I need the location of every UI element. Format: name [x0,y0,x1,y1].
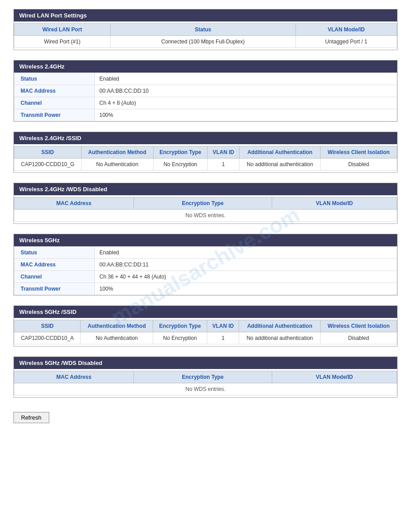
wired-lan-header: Wired LAN Port Settings [14,9,397,21]
field-value: Enabled [95,247,397,259]
field-value: 00:AA:BB:CC:DD:11 [95,259,397,271]
ssid5-addauth: No additional authentication [239,332,320,344]
refresh-area: Refresh [13,408,398,423]
ssid5-vlan: 1 [207,332,239,344]
table-row: Wired Port (#1) Connected (100 Mbps Full… [14,36,397,48]
wireless24-wds-body: MAC Address Encryption Type VLAN Mode/ID… [14,195,397,223]
ssid5-col-enc: Encryption Type [153,320,207,332]
ssid-24-vlan: 1 [207,159,239,171]
ssid5-col-isolation: Wireless Client Isolation [320,320,397,332]
wds5-col-mac: MAC Address [14,371,134,383]
wds24-no-entries: No WDS entries. [14,210,397,222]
wireless5-header: Wireless 5GHz [14,234,397,246]
ssid5-col-ssid: SSID [14,320,81,332]
wired-lan-body: Wired LAN Port Status VLAN Mode/ID Wired… [14,21,397,50]
wireless5-wds-body: MAC Address Encryption Type VLAN Mode/ID… [14,369,397,397]
wireless5-ssid-header: Wireless 5GHz /SSID [14,306,397,318]
wds5-col-vlan: VLAN Mode/ID [272,371,397,383]
field-label: MAC Address [14,259,95,271]
ssid-col-auth: Authentication Method [81,146,153,159]
wired-lan-col-port: Wired LAN Port [14,24,111,36]
table-row: CAP1200-CCDD10_G No Authentication No En… [14,159,397,171]
ssid-24-isolation: Disabled [321,159,397,171]
ssid-24-name: CAP1200-CCDD10_G [14,159,81,171]
field-value: Ch 36 + 40 + 44 + 48 (Auto) [95,271,397,283]
table-row: MAC Address00:AA:BB:CC:DD:11 [14,259,397,271]
wired-port-vlan: Untagged Port / 1 [295,36,397,48]
wds24-col-enc: Encryption Type [133,197,272,210]
wireless5-wds-section: Wireless 5GHz /WDS Disabled MAC Address … [13,356,398,398]
wireless24-ssid-body: SSID Authentication Method Encryption Ty… [14,144,397,172]
table-row: StatusEnabled [14,247,397,259]
wireless24-section: Wireless 2.4GHz StatusEnabledMAC Address… [13,60,398,122]
wireless5-ssid-table: SSID Authentication Method Encryption Ty… [14,320,397,344]
wds5-col-enc: Encryption Type [133,371,272,383]
wired-lan-col-status: Status [111,24,296,36]
ssid-col-addauth: Additional Authentication [240,146,321,159]
field-value: 00:AA:BB:CC:DD:10 [95,85,397,97]
ssid5-name: CAP1200-CCDD10_A [14,332,81,344]
wired-port-name: Wired Port (#1) [14,36,111,48]
field-label: Status [14,73,95,85]
wireless5-info-table: StatusEnabledMAC Address00:AA:BB:CC:DD:1… [14,246,397,295]
wds24-col-mac: MAC Address [14,197,134,210]
field-label: Channel [14,271,95,283]
wireless5-ssid-body: SSID Authentication Method Encryption Ty… [14,318,397,346]
wireless24-wds-section: Wireless 2.4GHz /WDS Disabled MAC Addres… [13,183,398,224]
wired-lan-col-vlan: VLAN Mode/ID [295,24,397,36]
wireless24-header: Wireless 2.4GHz [14,60,397,73]
field-value: Enabled [95,73,397,85]
wds5-no-entries: No WDS entries. [14,383,397,395]
table-row: ChannelCh 36 + 40 + 44 + 48 (Auto) [14,271,397,283]
ssid-24-auth: No Authentication [81,159,153,171]
table-row: StatusEnabled [14,73,397,85]
wireless24-info-table: StatusEnabledMAC Address00:AA:BB:CC:DD:1… [14,73,397,121]
wireless24-wds-header: Wireless 2.4GHz /WDS Disabled [14,183,397,195]
field-label: Transmit Power [14,109,95,121]
wireless5-section: Wireless 5GHz StatusEnabledMAC Address00… [13,234,398,296]
field-label: MAC Address [14,85,95,97]
wireless5-wds-header: Wireless 5GHz /WDS Disabled [14,357,397,369]
ssid-24-addauth: No additional authentication [240,159,321,171]
wireless24-ssid-section: Wireless 2.4GHz /SSID SSID Authenticatio… [13,132,398,173]
table-row: ChannelCh 4 + 8 (Auto) [14,97,397,109]
field-value: 100% [95,109,397,121]
field-label: Channel [14,97,95,109]
ssid-col-isolation: Wireless Client Isolation [321,146,397,159]
wireless5-ssid-section: Wireless 5GHz /SSID SSID Authentication … [13,305,398,347]
ssid5-enc: No Encryption [153,332,207,344]
table-row: No WDS entries. [14,210,397,222]
table-row: Transmit Power100% [14,109,397,121]
wds24-col-vlan: VLAN Mode/ID [272,197,397,210]
ssid5-auth: No Authentication [81,332,153,344]
table-row: Transmit Power100% [14,283,397,295]
wired-lan-table: Wired LAN Port Status VLAN Mode/ID Wired… [14,23,397,48]
ssid-col-vlan: VLAN ID [207,146,239,159]
ssid5-col-addauth: Additional Authentication [239,320,320,332]
table-row: CAP1200-CCDD10_A No Authentication No En… [14,332,397,344]
wireless24-wds-table: MAC Address Encryption Type VLAN Mode/ID… [14,197,397,222]
wireless24-ssid-table: SSID Authentication Method Encryption Ty… [14,146,397,171]
field-label: Transmit Power [14,283,95,295]
table-row: MAC Address00:AA:BB:CC:DD:10 [14,85,397,97]
wired-lan-section: Wired LAN Port Settings Wired LAN Port S… [13,9,398,50]
wireless5-body: StatusEnabledMAC Address00:AA:BB:CC:DD:1… [14,246,397,295]
field-value: Ch 4 + 8 (Auto) [95,97,397,109]
wireless5-wds-table: MAC Address Encryption Type VLAN Mode/ID… [14,371,397,395]
ssid5-col-auth: Authentication Method [81,320,153,332]
ssid-24-enc: No Encryption [153,159,207,171]
ssid-col-enc: Encryption Type [153,146,207,159]
ssid-col-ssid: SSID [14,146,81,159]
table-row: No WDS entries. [14,383,397,395]
ssid5-col-vlan: VLAN ID [207,320,239,332]
ssid5-isolation: Disabled [320,332,397,344]
refresh-button[interactable]: Refresh [13,412,49,423]
wireless24-ssid-header: Wireless 2.4GHz /SSID [14,132,397,144]
wireless24-body: StatusEnabledMAC Address00:AA:BB:CC:DD:1… [14,73,397,121]
field-label: Status [14,247,95,259]
wired-port-status: Connected (100 Mbps Full-Duplex) [111,36,296,48]
field-value: 100% [95,283,397,295]
